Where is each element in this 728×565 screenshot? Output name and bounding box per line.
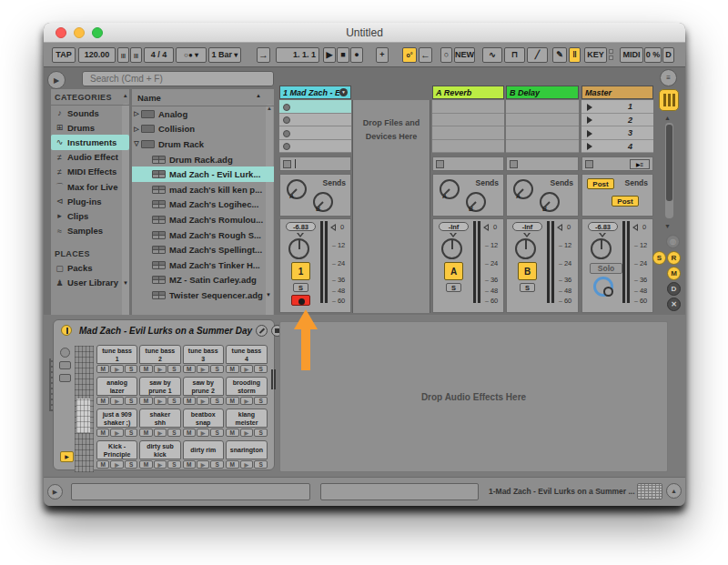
drum-pad[interactable]: Kick - PrincipleM▶S bbox=[96, 440, 137, 470]
pad-mute-button[interactable]: M bbox=[96, 365, 109, 373]
track-activator-button[interactable]: A bbox=[444, 262, 463, 280]
stop-all-clips-button[interactable] bbox=[436, 160, 444, 168]
solo-button[interactable]: S bbox=[293, 283, 308, 292]
drum-pad[interactable]: saw by prune 2M▶S bbox=[183, 377, 224, 407]
drum-pad[interactable]: dirty sub kickM▶S bbox=[139, 440, 180, 470]
scene-row[interactable]: 3 bbox=[581, 126, 653, 140]
sidebar-item-packs[interactable]: ▢Packs bbox=[51, 261, 129, 276]
track-activator-button[interactable]: 1 bbox=[291, 262, 310, 280]
volume-value[interactable]: -Inf bbox=[512, 222, 542, 231]
io-section-toggle[interactable]: ◎ bbox=[666, 235, 680, 248]
drum-pad[interactable]: tune bass 4M▶S bbox=[226, 345, 268, 375]
list-item-mad-zach-evil-lurk[interactable]: Mad Zach - Evil Lurk... bbox=[132, 166, 274, 182]
list-item-drum-rack[interactable]: ▽Drum Rack bbox=[132, 136, 274, 152]
nudge-down-button[interactable]: ||| bbox=[117, 47, 129, 63]
list-item-romulou[interactable]: Mad Zach's Romulou... bbox=[132, 212, 274, 227]
solo-button[interactable]: S bbox=[520, 283, 535, 292]
chevron-down-icon[interactable]: ▼ bbox=[339, 88, 348, 96]
tempo-field[interactable]: 120.00 bbox=[78, 47, 116, 63]
return-chains-icon[interactable] bbox=[59, 374, 71, 382]
sidebar-item-midi-effects[interactable]: ≠MIDI Effects bbox=[51, 165, 129, 179]
returns-section-toggle[interactable]: R bbox=[667, 251, 681, 265]
send-a-post-button[interactable]: Post bbox=[587, 178, 614, 189]
sidebar-item-audio-effect[interactable]: ≠Audio Effect bbox=[51, 150, 129, 165]
session-record-button[interactable]: o° bbox=[402, 47, 417, 63]
solo-cue-button[interactable]: Solo bbox=[590, 263, 622, 274]
clip-stop-icon[interactable] bbox=[283, 104, 290, 111]
pan-knob[interactable] bbox=[515, 238, 536, 259]
clip-slot[interactable] bbox=[279, 100, 351, 114]
midi-map-button[interactable]: MIDI bbox=[620, 47, 643, 63]
track-header-1[interactable]: 1 Mad Zach - E▼ bbox=[279, 86, 351, 99]
list-item-mz-satin[interactable]: MZ - Satin Carley.adg bbox=[132, 273, 274, 288]
drum-pad[interactable]: snaringtonM▶S bbox=[226, 440, 268, 470]
loop-button[interactable]: ○ bbox=[440, 47, 452, 63]
computer-midi-keyboard-icon[interactable] bbox=[637, 483, 662, 499]
io-toggle-icon[interactable] bbox=[60, 348, 70, 358]
hot-swap-icon[interactable] bbox=[256, 325, 268, 337]
drum-pad[interactable]: saw by prune 1M▶S bbox=[139, 377, 180, 407]
scroll-down-icon[interactable]: ▼ bbox=[266, 292, 271, 298]
back-to-arrangement-button[interactable]: ← bbox=[419, 47, 432, 63]
browser-fold-button[interactable]: ▶ bbox=[47, 71, 66, 89]
clip-slot[interactable] bbox=[279, 126, 351, 140]
chain-list-icon[interactable] bbox=[59, 361, 71, 369]
drum-pad[interactable]: just a 909 shaker ;)M▶S bbox=[96, 409, 137, 439]
track-activator-button[interactable]: B bbox=[518, 262, 537, 280]
list-item-logihec[interactable]: Mad Zach's Logihec... bbox=[132, 197, 274, 213]
device-title-bar[interactable]: Mad Zach - Evil Lurks on a Summer Day bbox=[56, 323, 272, 338]
session-view-button[interactable] bbox=[659, 89, 679, 111]
sidebar-item-clips[interactable]: ▸Clips bbox=[51, 208, 129, 223]
drum-pad[interactable]: tune bass 1M▶S bbox=[96, 345, 137, 375]
pad-play-button[interactable]: ▶ bbox=[110, 365, 123, 373]
sidebar-item-plug-ins[interactable]: ⊲Plug-ins bbox=[51, 194, 129, 208]
cue-volume-knob[interactable] bbox=[593, 277, 613, 297]
pad-overview[interactable] bbox=[75, 346, 94, 472]
list-item-rough[interactable]: Mad Zach's Rough S... bbox=[132, 227, 274, 243]
send-a-knob[interactable]: A bbox=[513, 179, 533, 199]
drum-pad[interactable]: tune bass 2M▶S bbox=[139, 345, 180, 375]
overdub-button[interactable]: + bbox=[376, 47, 389, 63]
record-button[interactable]: ● bbox=[350, 47, 363, 63]
scene-fire-icon[interactable] bbox=[587, 143, 592, 150]
scene-row[interactable]: 2 bbox=[581, 114, 653, 127]
scene-row[interactable]: 4 bbox=[581, 140, 653, 154]
crossfader-toggle[interactable]: ✕ bbox=[667, 298, 681, 311]
solo-button[interactable]: S bbox=[446, 283, 461, 292]
re-enable-automation-icon[interactable]: ⊓ bbox=[504, 47, 525, 63]
stop-all-clips-button[interactable] bbox=[283, 160, 291, 168]
return-track-header-b[interactable]: B Delay bbox=[506, 86, 579, 99]
send-a-knob[interactable]: A bbox=[440, 179, 460, 199]
new-button[interactable]: NEW bbox=[454, 47, 475, 63]
show-info-button[interactable]: ▶ bbox=[47, 484, 63, 499]
clip-slot[interactable] bbox=[279, 140, 351, 154]
device-scroll-handle[interactable] bbox=[271, 369, 276, 389]
volume-value[interactable]: -Inf bbox=[439, 222, 469, 231]
key-map-button[interactable]: KEY bbox=[584, 47, 607, 63]
list-item-twister[interactable]: Twister Sequencer.adg▼ bbox=[132, 288, 274, 303]
drum-pad[interactable]: analog lazerM▶S bbox=[96, 377, 137, 407]
name-column-header[interactable]: Name▲ bbox=[132, 89, 274, 106]
device-on-icon[interactable] bbox=[61, 325, 72, 336]
list-item-kill-ken[interactable]: mad zach's kill ken p... bbox=[132, 182, 274, 197]
search-input[interactable]: Search (Cmd + F) bbox=[82, 71, 274, 86]
pad-solo-button[interactable]: S bbox=[125, 365, 137, 373]
list-item-drum-rack-adg[interactable]: Drum Rack.adg bbox=[132, 152, 274, 167]
follow-actions-button[interactable]: ‖ bbox=[569, 47, 581, 63]
play-button[interactable]: ▶ bbox=[323, 47, 336, 63]
minimize-button[interactable] bbox=[74, 27, 85, 38]
stop-button[interactable]: ■ bbox=[337, 47, 349, 63]
time-signature-field[interactable]: 4 / 4 bbox=[144, 47, 174, 63]
arrangement-position-field[interactable]: 1. 1. 1 bbox=[276, 47, 319, 63]
scroll-down-icon[interactable]: ▼ bbox=[664, 223, 671, 229]
clip-stop-icon[interactable] bbox=[283, 116, 290, 124]
sidebar-item-max-for-live[interactable]: ⌒Max for Live bbox=[51, 179, 129, 194]
quantization-menu[interactable]: 1 Bar ▾ bbox=[208, 47, 241, 63]
send-b-knob[interactable]: B bbox=[313, 192, 333, 212]
master-track-header[interactable]: Master bbox=[581, 86, 653, 99]
pan-knob[interactable] bbox=[441, 238, 462, 259]
list-item-spellingt[interactable]: Mad Zach's Spellingt... bbox=[132, 242, 274, 257]
arm-record-button[interactable] bbox=[291, 295, 310, 306]
list-item-collision[interactable]: ▷Collision bbox=[132, 122, 274, 137]
sidebar-item-sounds[interactable]: ♪Sounds bbox=[51, 106, 129, 120]
